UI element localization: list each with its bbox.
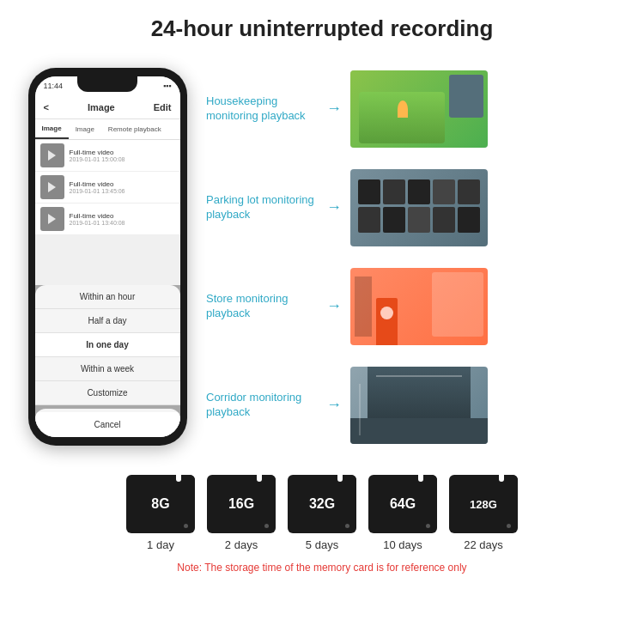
monitoring-image-parking — [350, 169, 488, 246]
phone-dropdown-overlay: Within an hour Half a day In one day Wit… — [35, 285, 180, 437]
phone-dropdown-cancel: Cancel — [35, 409, 180, 437]
phone-time: 11:44 — [44, 82, 64, 90]
phone-notch — [77, 76, 137, 92]
sd-card-size-label: 32G — [309, 496, 335, 512]
play-icon — [48, 182, 56, 192]
storage-days-128g: 22 days — [464, 538, 503, 551]
monitoring-image-corridor — [350, 367, 488, 444]
phone-mockup: 11:44 ▪▪▪ < Image Edit Image Image Remot… — [28, 68, 187, 446]
page-title: 24-hour uninterrupted recording — [0, 15, 644, 42]
storage-days-16g: 2 days — [225, 538, 258, 551]
video-label: Full-time video — [70, 180, 125, 188]
scene-housekeeping — [350, 70, 488, 148]
play-icon — [48, 214, 56, 224]
list-item[interactable]: Full-time video 2019-01-01 15:00:08 — [35, 140, 180, 172]
storage-section: 8G 1 day 16G 2 days 32G 5 days — [0, 463, 644, 574]
monitoring-image-housekeeping — [350, 70, 488, 148]
phone-screen: 11:44 ▪▪▪ < Image Edit Image Image Remot… — [35, 76, 180, 437]
monitoring-item-store: Store monitoring playback → — [206, 268, 627, 345]
monitoring-label-store: Store monitoring playback — [206, 292, 318, 321]
storage-cards-container: 8G 1 day 16G 2 days 32G 5 days — [126, 475, 518, 551]
video-thumbnail — [40, 175, 64, 199]
arrow-icon-corridor: → — [326, 396, 342, 414]
monitoring-item-corridor: Corridor monitoring playback → — [206, 367, 627, 444]
video-label: Full-time video — [70, 212, 125, 220]
sd-card-size-label: 64G — [390, 496, 416, 512]
dropdown-item-week[interactable]: Within a week — [35, 357, 180, 381]
sd-card-32g: 32G — [288, 475, 356, 533]
sd-card-notch — [257, 475, 262, 482]
arrow-icon-store: → — [326, 297, 342, 315]
phone-back-button[interactable]: < — [44, 102, 49, 112]
storage-card-32g: 32G 5 days — [288, 475, 356, 551]
dropdown-item-halfday[interactable]: Half a day — [35, 309, 180, 333]
sd-card-dot — [264, 524, 269, 528]
sd-card-dot — [184, 524, 188, 528]
storage-note: Note: The storage time of the memory car… — [177, 562, 466, 574]
dropdown-item-customize[interactable]: Customize — [35, 381, 180, 405]
phone-edit-button[interactable]: Edit — [154, 102, 172, 112]
storage-card-128g: 128G 22 days — [449, 475, 518, 551]
phone-video-list: Full-time video 2019-01-01 15:00:08 Full… — [35, 140, 180, 235]
scene-store — [350, 268, 488, 345]
main-content: 11:44 ▪▪▪ < Image Edit Image Image Remot… — [0, 51, 644, 463]
sd-card-size-label: 8G — [151, 496, 169, 512]
monitoring-label-corridor: Corridor monitoring playback — [206, 391, 318, 420]
sd-card-notch — [176, 475, 181, 482]
sd-card-8g: 8G — [126, 475, 195, 533]
phone-tabs: Image Image Remote playback — [35, 119, 180, 140]
video-info: Full-time video 2019-01-01 13:40:08 — [70, 212, 125, 226]
phone-tab-image2[interactable]: Image — [69, 119, 101, 139]
monitoring-label-parking: Parking lot monitoring playback — [206, 193, 318, 222]
scene-parking — [350, 169, 488, 246]
arrow-icon-parking: → — [326, 198, 342, 216]
sd-card-64g: 64G — [368, 475, 437, 533]
storage-days-64g: 10 days — [383, 538, 422, 551]
storage-days-8g: 1 day — [147, 538, 174, 551]
video-date: 2019-01-01 15:00:08 — [70, 156, 125, 162]
storage-card-16g: 16G 2 days — [207, 475, 276, 551]
storage-card-8g: 8G 1 day — [126, 475, 195, 551]
video-date: 2019-01-01 13:45:06 — [70, 188, 125, 194]
phone-container: 11:44 ▪▪▪ < Image Edit Image Image Remot… — [17, 51, 197, 463]
monitoring-item-parking: Parking lot monitoring playback → — [206, 169, 627, 246]
video-label: Full-time video — [70, 149, 125, 156]
phone-nav-bar: < Image Edit — [35, 95, 180, 119]
sd-card-size-label: 128G — [470, 498, 497, 511]
phone-dropdown-menu: Within an hour Half a day In one day Wit… — [35, 285, 180, 405]
monitoring-item-housekeeping: Housekeeping monitoring playback → — [206, 70, 627, 148]
list-item[interactable]: Full-time video 2019-01-01 13:40:08 — [35, 204, 180, 235]
phone-nav-title: Image — [88, 102, 115, 112]
monitoring-image-store — [350, 268, 488, 345]
video-info: Full-time video 2019-01-01 15:00:08 — [70, 149, 125, 162]
sd-card-16g: 16G — [207, 475, 276, 533]
page-header: 24-hour uninterrupted recording — [0, 0, 644, 51]
arrow-icon-housekeeping: → — [326, 100, 342, 118]
sd-card-notch — [418, 475, 423, 482]
storage-card-64g: 64G 10 days — [368, 475, 437, 551]
phone-tab-image[interactable]: Image — [35, 119, 69, 139]
sd-card-notch — [337, 475, 343, 482]
sd-card-128g: 128G — [449, 475, 518, 533]
dropdown-item-oneday[interactable]: In one day — [35, 333, 180, 357]
phone-icons: ▪▪▪ — [163, 82, 172, 90]
scene-corridor — [350, 367, 488, 444]
play-icon — [48, 150, 56, 161]
monitoring-section: Housekeeping monitoring playback → Parki… — [206, 51, 627, 463]
video-thumbnail — [40, 143, 64, 167]
dropdown-item-hour[interactable]: Within an hour — [35, 285, 180, 309]
sd-card-dot — [507, 524, 511, 528]
sd-card-dot — [426, 524, 430, 528]
list-item[interactable]: Full-time video 2019-01-01 13:45:06 — [35, 172, 180, 204]
video-date: 2019-01-01 13:40:08 — [70, 220, 125, 226]
sd-card-size-label: 16G — [228, 496, 254, 512]
cancel-button[interactable]: Cancel — [35, 412, 180, 437]
video-info: Full-time video 2019-01-01 13:45:06 — [70, 180, 125, 194]
storage-days-32g: 5 days — [306, 538, 338, 551]
phone-tab-remote[interactable]: Remote playback — [101, 119, 168, 139]
video-thumbnail — [40, 207, 64, 231]
monitoring-label-housekeeping: Housekeeping monitoring playback — [206, 94, 318, 124]
sd-card-notch — [499, 475, 504, 482]
sd-card-dot — [345, 524, 349, 528]
